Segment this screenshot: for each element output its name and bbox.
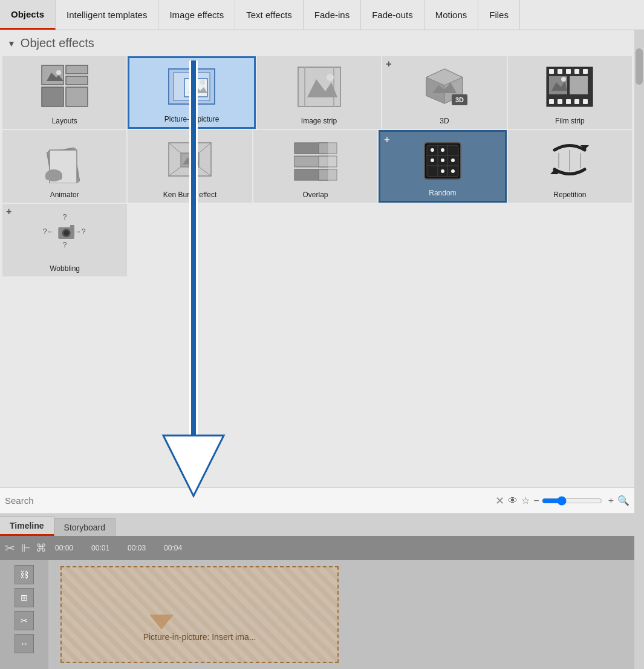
svg-rect-11: [304, 67, 305, 106]
ken-burns-label: Ken Burns effect: [163, 191, 217, 199]
top-navigation: Objects Intelligent templates Image effe…: [0, 0, 644, 30]
effect-ken-burns[interactable]: Ken Burns effect: [128, 130, 252, 203]
svg-rect-23: [566, 69, 571, 74]
effect-film-strip[interactable]: Film strip: [508, 56, 632, 129]
effect-image-strip[interactable]: Image strip: [257, 56, 381, 129]
3d-label: 3D: [440, 117, 449, 125]
tab-storyboard[interactable]: Storyboard: [54, 518, 115, 536]
svg-rect-30: [583, 99, 588, 104]
link-tool-button[interactable]: ⛓: [15, 565, 34, 584]
resize-tool-button[interactable]: ↔: [15, 634, 34, 653]
svg-point-13: [327, 74, 334, 81]
bottom-area: Timeline Storyboard ✂ ⊩ ⌘ 00:00 00:01 00…: [0, 514, 634, 669]
tab-fade-ins[interactable]: Fade-ins: [304, 0, 361, 30]
tab-motions[interactable]: Motions: [424, 0, 479, 30]
effect-picture-in-picture[interactable]: Picture-in-picture: [128, 56, 255, 129]
magnifier-icon[interactable]: 🔍: [617, 495, 629, 506]
tab-text-effects[interactable]: Text effects: [235, 0, 304, 30]
svg-text:3D: 3D: [455, 96, 464, 103]
svg-point-58: [441, 158, 444, 162]
scrollbar[interactable]: [634, 30, 644, 669]
wobbling-plus-badge: +: [6, 206, 11, 217]
time-marker-3: 00:04: [164, 544, 182, 552]
tab-objects[interactable]: Objects: [0, 0, 56, 30]
layouts-label: Layouts: [52, 117, 77, 125]
repetition-icon: [510, 132, 629, 188]
timeline-tabs: Timeline Storyboard: [0, 514, 634, 536]
effect-repetition[interactable]: Repetition: [508, 130, 632, 203]
svg-point-60: [431, 158, 434, 162]
film-strip-label: Film strip: [555, 117, 585, 125]
time-marker-2: 00:03: [128, 544, 146, 552]
effect-overlap[interactable]: Overlap: [253, 130, 377, 203]
timeline-track-area: Picture-in-picture: Insert ima...: [48, 560, 634, 669]
section-title: Object effects: [21, 36, 94, 50]
eye-icon[interactable]: 👁: [508, 495, 518, 506]
ken-burns-icon: [130, 132, 249, 188]
svg-rect-3: [42, 87, 63, 106]
effect-animator[interactable]: Animator: [2, 130, 126, 203]
svg-rect-32: [570, 76, 588, 94]
wobbling-label: Wobbling: [50, 264, 80, 273]
svg-point-61: [451, 158, 455, 162]
random-plus-badge: +: [384, 134, 389, 145]
tab-files[interactable]: Files: [478, 0, 520, 30]
plus-icon[interactable]: +: [608, 495, 614, 506]
star-icon[interactable]: ☆: [521, 495, 530, 506]
timeline-controls: ✂ ⊩ ⌘ 00:00 00:01 00:03 00:04: [0, 536, 634, 560]
search-bar: ✕ 👁 ☆ − + 🔍: [0, 487, 634, 514]
timeline-ruler: 00:00 00:01 00:03 00:04: [49, 544, 629, 552]
3d-plus-badge: +: [386, 59, 391, 70]
film-strip-icon: [510, 59, 629, 114]
tab-intelligent-templates[interactable]: Intelligent templates: [56, 0, 158, 30]
svg-rect-29: [574, 99, 579, 104]
svg-text:→?: →?: [74, 227, 85, 236]
svg-point-62: [441, 148, 444, 152]
svg-text:?: ?: [63, 213, 67, 221]
svg-text:?: ?: [63, 241, 67, 249]
search-input[interactable]: [5, 495, 492, 506]
random-label: Random: [429, 189, 456, 197]
picture-in-picture-icon: [132, 60, 251, 113]
zoom-slider[interactable]: [539, 496, 605, 506]
mark-tool-icon[interactable]: ⌘: [36, 541, 47, 555]
time-marker-0: 00:00: [55, 544, 73, 552]
tab-timeline[interactable]: Timeline: [0, 517, 54, 536]
svg-rect-2: [66, 76, 88, 85]
minus-icon[interactable]: −: [533, 495, 539, 506]
svg-rect-1: [66, 65, 88, 74]
svg-point-57: [431, 148, 434, 152]
collapse-triangle[interactable]: ▼: [7, 39, 16, 48]
svg-point-59: [451, 169, 455, 173]
timeline-content: ⛓ ⊞ ✂ ↔ Picture-in-picture: Insert ima..…: [0, 560, 634, 669]
time-marker-1: 00:01: [91, 544, 109, 552]
effects-spacer: [0, 278, 634, 487]
main-area: ▼ Object effects: [0, 30, 644, 669]
group-tool-button[interactable]: ⊞: [15, 588, 34, 607]
effect-3d[interactable]: + 3D 3D: [382, 56, 506, 129]
crop-tool-button[interactable]: ✂: [15, 611, 34, 630]
split-tool-icon[interactable]: ⊩: [21, 541, 31, 555]
random-icon: [383, 134, 502, 186]
svg-point-33: [561, 77, 566, 82]
close-icon[interactable]: ✕: [495, 494, 504, 507]
tab-fade-outs[interactable]: Fade-outs: [361, 0, 424, 30]
effect-layouts[interactable]: Layouts: [2, 56, 126, 129]
effect-wobbling[interactable]: + ? ?← →? ? Wobbling: [2, 204, 127, 276]
cut-tool-icon[interactable]: ✂: [5, 541, 15, 555]
repetition-label: Repetition: [553, 191, 586, 199]
svg-rect-48: [319, 143, 337, 154]
scrollbar-thumb[interactable]: [636, 48, 643, 85]
effect-random[interactable]: +: [379, 130, 506, 203]
svg-rect-26: [549, 99, 554, 104]
svg-rect-27: [558, 99, 562, 104]
section-header: ▼ Object effects: [0, 30, 634, 56]
track-clip[interactable]: Picture-in-picture: Insert ima...: [60, 566, 339, 663]
svg-point-9: [200, 80, 205, 85]
drop-target-indicator: Picture-in-picture: Insert ima...: [143, 587, 256, 642]
svg-marker-77: [149, 587, 174, 630]
wobbling-icon: ? ?← →? ?: [5, 206, 125, 262]
animator-icon: [5, 132, 124, 188]
tab-image-effects[interactable]: Image effects: [158, 0, 235, 30]
svg-rect-25: [583, 69, 588, 74]
